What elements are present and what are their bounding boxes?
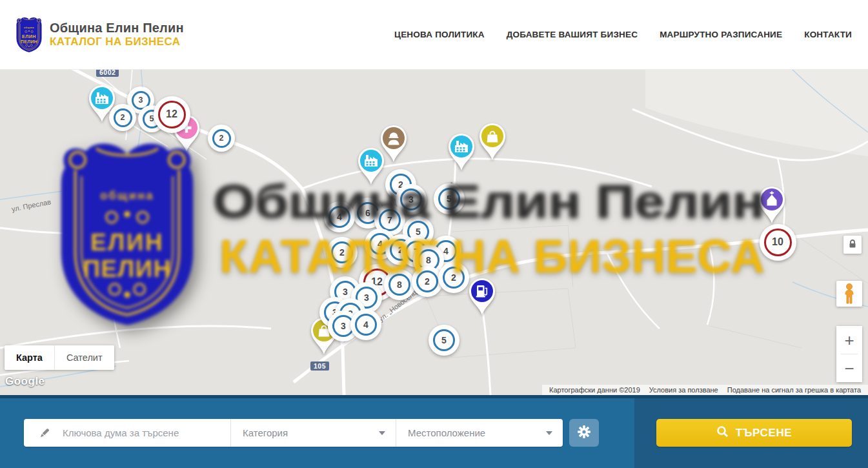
search-button-label: ТЪРСЕНЕ bbox=[736, 427, 792, 440]
site-header: община ЕЛИН ПЕЛИН Община Елин Пелин КАТА… bbox=[0, 0, 868, 70]
cluster-marker[interactable]: 12 bbox=[154, 96, 190, 133]
cluster-marker[interactable]: 2 bbox=[327, 237, 358, 268]
cluster-count: 5 bbox=[433, 329, 455, 351]
zoom-in-button[interactable]: + bbox=[836, 326, 862, 354]
cluster-count: 2 bbox=[443, 267, 465, 289]
cluster-marker[interactable]: 2 bbox=[208, 125, 235, 152]
cluster-count: 10 bbox=[764, 229, 792, 256]
zoom-control: + − bbox=[836, 326, 862, 382]
search-action-panel: ТЪРСЕНЕ bbox=[634, 398, 868, 468]
app: община ЕЛИН ПЕЛИН Община Елин Пелин КАТА… bbox=[0, 0, 868, 468]
keyword-field[interactable] bbox=[24, 419, 230, 447]
cluster-count: 2 bbox=[212, 129, 231, 148]
category-select[interactable]: Категория bbox=[230, 419, 396, 447]
pencil-icon bbox=[38, 427, 51, 440]
cluster-count: 4 bbox=[328, 206, 350, 228]
google-map[interactable]: 6002105ул. Преславбул. „Новоселци“ци“ bbox=[0, 69, 868, 395]
cluster-count: 2 bbox=[416, 270, 438, 292]
cluster-marker[interactable]: 8 bbox=[384, 269, 415, 300]
road-badge: 105 bbox=[310, 361, 329, 371]
cluster-count: 12 bbox=[158, 101, 186, 128]
cluster-count: 3 bbox=[400, 188, 422, 210]
search-fields: Категория Местоположение bbox=[24, 419, 563, 447]
cluster-marker[interactable]: 5 bbox=[434, 183, 465, 214]
nav-pricing-policy[interactable]: ЦЕНОВА ПОЛИТИКА bbox=[394, 30, 485, 39]
site-subtitle: КАТАЛОГ НА БИЗНЕСА bbox=[50, 36, 184, 48]
chevron-down-icon bbox=[379, 431, 385, 435]
cluster-marker[interactable]: 5 bbox=[429, 325, 459, 356]
svg-text:ЕЛИН: ЕЛИН bbox=[90, 229, 164, 256]
gear-icon bbox=[576, 424, 592, 442]
location-select[interactable]: Местоположение bbox=[396, 419, 563, 447]
cluster-count: 2 bbox=[114, 108, 132, 127]
watermark-crest: община ЕЛИН ПЕЛИН bbox=[49, 137, 205, 331]
cluster-count: 5 bbox=[438, 188, 460, 210]
pin-marker-factory[interactable] bbox=[354, 145, 389, 188]
map-type-satellite-button[interactable]: Сателит bbox=[55, 345, 114, 370]
google-logo[interactable]: Google bbox=[5, 375, 45, 388]
map-attribution: Картографски данни ©2019 Условия за полз… bbox=[542, 385, 868, 395]
site-title: Община Елин Пелин bbox=[50, 21, 184, 36]
municipality-crest-logo: община ЕЛИН ПЕЛИН bbox=[14, 16, 44, 54]
lock-icon bbox=[847, 239, 858, 251]
map-type-control: Карта Сателит bbox=[5, 345, 114, 370]
cluster-count: 8 bbox=[389, 274, 410, 296]
cluster-marker[interactable]: 4 bbox=[324, 201, 355, 232]
main-nav: ЦЕНОВА ПОЛИТИКА ДОБАВЕТЕ ВАШИЯТ БИЗНЕС М… bbox=[394, 30, 852, 39]
svg-text:ПЕЛИН: ПЕЛИН bbox=[21, 39, 37, 44]
search-bar: ТЪРСЕНЕ Категория bbox=[0, 395, 868, 468]
svg-text:ЕЛИН: ЕЛИН bbox=[22, 34, 36, 39]
pin-marker-church[interactable] bbox=[754, 183, 789, 227]
report-error-link[interactable]: Подаване на сигнал за грешка в картата bbox=[723, 386, 865, 394]
nav-add-business[interactable]: ДОБАВЕТЕ ВАШИЯТ БИЗНЕС bbox=[507, 30, 638, 39]
map-data-copyright: Картографски данни ©2019 bbox=[545, 386, 645, 394]
svg-text:ПЕЛИН: ПЕЛИН bbox=[83, 255, 171, 282]
cluster-marker[interactable]: 2 bbox=[109, 104, 136, 131]
zoom-out-button[interactable]: − bbox=[836, 354, 862, 382]
pegman-icon[interactable] bbox=[836, 281, 862, 307]
street-view-lock-button[interactable] bbox=[843, 236, 862, 254]
svg-text:община: община bbox=[24, 26, 34, 28]
cluster-count: 7 bbox=[379, 209, 401, 231]
keyword-input[interactable] bbox=[61, 427, 224, 439]
advanced-search-button[interactable] bbox=[569, 419, 599, 447]
terms-link[interactable]: Условия за ползване bbox=[645, 386, 723, 394]
search-icon bbox=[716, 425, 729, 441]
svg-text:община: община bbox=[100, 189, 154, 202]
nav-route-schedule[interactable]: МАРШРУТНО РАЗПИСАНИЕ bbox=[660, 30, 782, 39]
pin-marker-factory[interactable] bbox=[444, 130, 479, 174]
cluster-count: 4 bbox=[355, 314, 377, 336]
brand-logo-link[interactable]: община ЕЛИН ПЕЛИН Община Елин Пелин КАТА… bbox=[14, 16, 184, 54]
pin-marker-fuel[interactable] bbox=[465, 275, 500, 319]
nav-contacts[interactable]: КОНТАКТИ bbox=[804, 30, 852, 39]
chevron-down-icon bbox=[546, 431, 552, 435]
search-button[interactable]: ТЪРСЕНЕ bbox=[656, 419, 852, 447]
category-select-value: Категория bbox=[243, 427, 288, 438]
road-badge: 6002 bbox=[96, 69, 119, 77]
cluster-count: 2 bbox=[331, 241, 353, 263]
cluster-marker[interactable]: 2 bbox=[438, 262, 469, 293]
pin-marker-bag[interactable] bbox=[475, 120, 510, 164]
cluster-marker[interactable]: 4 bbox=[350, 309, 381, 340]
map-type-map-button[interactable]: Карта bbox=[5, 345, 55, 370]
cluster-marker[interactable]: 10 bbox=[760, 224, 796, 261]
location-select-value: Местоположение bbox=[408, 427, 485, 438]
